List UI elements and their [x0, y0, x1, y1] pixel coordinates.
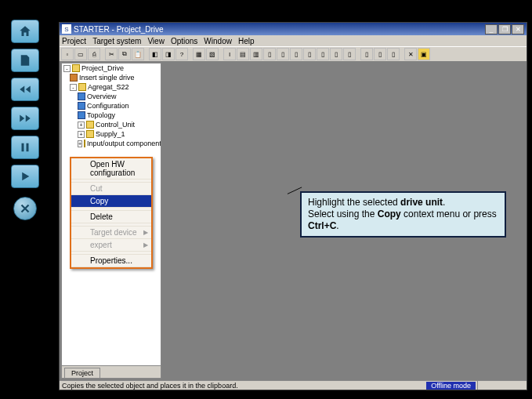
- ctx-target-device[interactable]: Target device▶: [71, 227, 151, 239]
- tb-cut[interactable]: ✂: [105, 48, 118, 60]
- tree-supply[interactable]: Supply_1: [96, 130, 125, 138]
- arrow-icon: [78, 102, 85, 110]
- tree-root[interactable]: Project_Drive: [81, 64, 124, 72]
- callout-bold: drive unit: [400, 197, 443, 208]
- callout-text: context menu or press: [401, 209, 497, 219]
- tb-t16[interactable]: ✕: [404, 48, 417, 60]
- submenu-arrow-icon: ▶: [143, 229, 148, 236]
- tree-overview[interactable]: Overview: [87, 92, 117, 100]
- canvas: Highlight the selected drive unit. Selec…: [163, 61, 527, 380]
- menu-project[interactable]: Project: [62, 37, 86, 45]
- ctx-label: Target device: [90, 228, 136, 237]
- maximize-button[interactable]: ❐: [498, 24, 511, 34]
- arrow-icon: [78, 111, 85, 119]
- tb-t1[interactable]: ▦: [193, 48, 205, 60]
- project-tree[interactable]: -Project_Drive Insert single drive -Agre…: [61, 63, 161, 379]
- toolbar: ▫ ▭ ⎙ ✂ ⧉ 📋 ◧ ◨ ? ▦ ▧ I ▤ ▥ ▯ ▯ ▯ ▯ ▯ ▯ …: [60, 46, 527, 61]
- menu-options[interactable]: Options: [171, 37, 197, 45]
- tb-sep: [400, 48, 404, 60]
- forward-icon: [18, 111, 32, 125]
- tb-save[interactable]: ⎙: [88, 48, 100, 60]
- callout-text: .: [443, 197, 445, 208]
- tree-tabs: Project: [62, 365, 161, 378]
- tb-t15[interactable]: ▯: [387, 48, 400, 60]
- ext-play-button[interactable]: [11, 165, 39, 188]
- tb-t13[interactable]: ▯: [360, 48, 373, 60]
- tree-configuration[interactable]: Configuration: [87, 102, 129, 110]
- expander-icon[interactable]: +: [78, 140, 82, 147]
- tb-t2[interactable]: ▧: [206, 48, 219, 60]
- instruction-callout: Highlight the selected drive unit. Selec…: [300, 191, 506, 238]
- callout-text: Highlight the selected: [308, 197, 400, 208]
- tab-project[interactable]: Project: [64, 368, 100, 378]
- ext-notes-button[interactable]: [11, 49, 39, 72]
- folder-icon: [78, 83, 86, 91]
- callout-bold: Copy: [378, 209, 401, 219]
- drive-icon: [70, 74, 78, 82]
- context-menu: Open HW configuration Cut Copy Delete Ta…: [70, 157, 153, 269]
- tree-topology[interactable]: Topology: [87, 111, 115, 119]
- tb-t14[interactable]: ▯: [374, 48, 386, 60]
- status-cell: [477, 381, 524, 390]
- tb-t4[interactable]: ▤: [237, 48, 249, 60]
- arrow-icon: [78, 92, 85, 100]
- ext-pause-button[interactable]: [11, 136, 39, 159]
- close-button[interactable]: ✕: [512, 24, 524, 34]
- minimize-button[interactable]: _: [485, 24, 498, 34]
- tb-t9[interactable]: ▯: [303, 48, 316, 60]
- ctx-cut[interactable]: Cut: [71, 183, 151, 195]
- ext-next-button[interactable]: [11, 107, 39, 130]
- expander-icon[interactable]: +: [78, 122, 85, 129]
- menubar: Project Target system View Options Windo…: [60, 35, 527, 46]
- ctx-delete[interactable]: Delete: [71, 211, 151, 223]
- statusbar: Copies the selected object and places it…: [60, 380, 527, 390]
- document-icon: [18, 53, 32, 67]
- tb-t17[interactable]: ▣: [418, 48, 430, 60]
- menu-target[interactable]: Target system: [92, 37, 141, 45]
- tb-misc2[interactable]: ◨: [162, 48, 175, 60]
- tree-insert-drive[interactable]: Insert single drive: [79, 74, 135, 82]
- tb-t8[interactable]: ▯: [290, 48, 302, 60]
- project-icon: [72, 64, 80, 72]
- tb-t11[interactable]: ▯: [330, 48, 342, 60]
- home-icon: [18, 24, 32, 38]
- ext-back-button[interactable]: [11, 78, 39, 101]
- menu-window[interactable]: Window: [204, 37, 232, 45]
- tb-open[interactable]: ▭: [74, 48, 87, 60]
- ctx-open-hw[interactable]: Open HW configuration: [71, 158, 151, 180]
- tb-misc1[interactable]: ◧: [149, 48, 161, 60]
- tb-t3[interactable]: I: [223, 48, 236, 60]
- callout-text: .: [336, 220, 338, 231]
- expander-icon[interactable]: -: [63, 65, 71, 72]
- tb-t12[interactable]: ▯: [343, 48, 356, 60]
- ctx-expert[interactable]: expert▶: [71, 239, 151, 252]
- tb-copy[interactable]: ⧉: [118, 48, 131, 60]
- tb-help[interactable]: ?: [176, 48, 188, 60]
- tree-control-unit[interactable]: Control_Unit: [96, 121, 135, 129]
- ctx-properties[interactable]: Properties...: [71, 255, 151, 267]
- folder-icon: [86, 121, 94, 129]
- callout-text: Select using the: [308, 209, 378, 219]
- ctx-copy[interactable]: Copy: [71, 195, 151, 208]
- close-circle-icon: [18, 201, 32, 216]
- tb-t7[interactable]: ▯: [277, 48, 289, 60]
- tb-sep: [189, 48, 192, 60]
- tb-t5[interactable]: ▥: [250, 48, 262, 60]
- tb-t6[interactable]: ▯: [263, 48, 276, 60]
- expander-icon[interactable]: -: [70, 84, 77, 91]
- tb-paste[interactable]: 📋: [132, 48, 144, 60]
- callout-bold: Ctrl+C: [308, 220, 336, 231]
- folder-icon: [84, 140, 85, 147]
- tree-aggregat[interactable]: Agregat_S22: [88, 83, 129, 91]
- status-mode: Offline mode: [426, 382, 476, 390]
- expander-icon[interactable]: +: [78, 131, 85, 138]
- tb-t10[interactable]: ▯: [317, 48, 329, 60]
- app-window: S STARTER - Project_Drive _ ❐ ✕ Project …: [59, 22, 527, 390]
- ext-home-button[interactable]: [11, 20, 39, 43]
- menu-view[interactable]: View: [147, 37, 165, 45]
- tb-new[interactable]: ▫: [61, 48, 74, 60]
- submenu-arrow-icon: ▶: [143, 241, 148, 248]
- ext-close-button[interactable]: [13, 197, 37, 220]
- tree-io-component[interactable]: Input/output component: [87, 140, 161, 147]
- menu-help[interactable]: Help: [238, 37, 255, 45]
